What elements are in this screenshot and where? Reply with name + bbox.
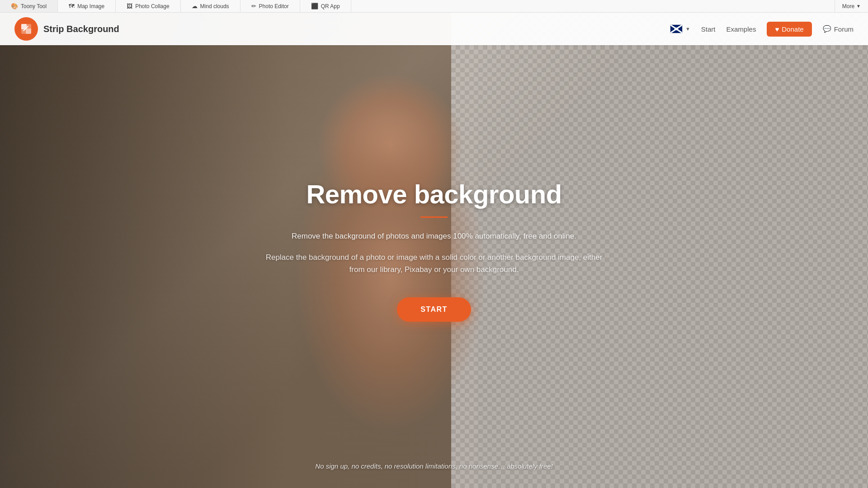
photo-editor-label: Photo Editor (259, 3, 289, 9)
chat-icon: 💬 (823, 25, 831, 33)
heart-icon: ♥ (775, 25, 779, 33)
brand-name-text: Strip Background (43, 24, 119, 34)
forum-nav-link[interactable]: 💬 Forum (823, 25, 854, 33)
chevron-down-icon: ▼ (856, 4, 861, 9)
topbar-item-toony-tool[interactable]: 🎨 Toony Tool (0, 0, 58, 12)
qr-app-label: QR App (321, 3, 340, 9)
hero-footnote: No sign up, no credits, no resolution li… (315, 462, 552, 470)
start-button[interactable]: START (397, 297, 471, 322)
map-image-icon: 🗺 (69, 3, 75, 9)
language-selector[interactable]: ▼ (670, 24, 690, 33)
top-app-bar: 🎨 Toony Tool 🗺 Map Image 🖼 Photo Collage… (0, 0, 868, 13)
topbar-item-map-image[interactable]: 🗺 Map Image (58, 0, 116, 12)
hero-content: Remove background Remove the background … (253, 179, 615, 322)
photo-collage-label: Photo Collage (135, 3, 169, 9)
chevron-down-icon: ▼ (685, 26, 690, 32)
brand-logo (14, 17, 38, 41)
hero-subtitle: Remove the background of photos and imag… (262, 230, 606, 242)
topbar-item-qr-app[interactable]: ⬛ QR App (300, 0, 351, 12)
toony-tool-icon: 🎨 (11, 3, 18, 9)
hero-title: Remove background (262, 179, 606, 209)
mind-clouds-label: Mind clouds (200, 3, 229, 9)
photo-editor-icon: ✏ (251, 3, 256, 9)
qr-app-icon: ⬛ (311, 3, 318, 9)
hero-divider (420, 216, 448, 218)
flag-uk-icon (670, 24, 683, 33)
toony-tool-label: Toony Tool (21, 3, 47, 9)
examples-nav-link[interactable]: Examples (726, 23, 756, 35)
donate-button[interactable]: ♥ Donate (767, 22, 811, 37)
hero-description: Replace the background of a photo or ima… (262, 251, 606, 276)
map-image-label: Map Image (77, 3, 104, 9)
topbar-item-photo-editor[interactable]: ✏ Photo Editor (241, 0, 300, 12)
brand-logo-icon (20, 23, 33, 35)
forum-label: Forum (834, 25, 854, 33)
topbar-item-photo-collage[interactable]: 🖼 Photo Collage (116, 0, 180, 12)
start-nav-link[interactable]: Start (701, 23, 716, 35)
mind-clouds-icon: ☁ (192, 3, 198, 9)
brand-logo-link[interactable]: Strip Background (14, 17, 119, 41)
topbar-more-button[interactable]: More ▼ (835, 0, 868, 12)
svg-rect-2 (26, 28, 31, 34)
donate-label: Donate (782, 25, 803, 33)
hero-section: Remove background Remove the background … (0, 0, 868, 488)
topbar-more-label: More (842, 3, 854, 9)
topbar-item-mind-clouds[interactable]: ☁ Mind clouds (181, 0, 241, 12)
navbar-right: ▼ Start Examples ♥ Donate 💬 Forum (670, 22, 854, 37)
photo-collage-icon: 🖼 (127, 3, 132, 9)
main-navbar: Strip Background ▼ Start Examples ♥ Dona… (0, 13, 868, 45)
